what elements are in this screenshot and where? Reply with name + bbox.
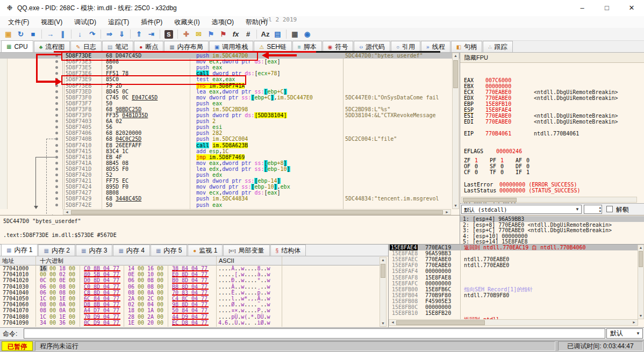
toolbar-labels-icon[interactable]: ⚑ bbox=[205, 29, 217, 40]
stack-row[interactable]: 15E8FAF0770EABE0ntdll.770EABE0 bbox=[389, 262, 638, 268]
stack-row[interactable]: 15E8FAF815E8FAE8 bbox=[389, 275, 638, 281]
disasm-row[interactable]: 5D8F740556push esi bbox=[0, 124, 460, 130]
hide-fpu-toggle[interactable]: 隐藏FPU bbox=[464, 54, 488, 61]
disasm-row[interactable]: 5D8F742E50push eax bbox=[0, 202, 460, 208]
calling-convention-select[interactable]: 默认 (stdcall) ▼ bbox=[461, 205, 582, 214]
register-row-ebp[interactable]: EBP15E8FB10 bbox=[460, 101, 644, 107]
stack-hscrollbar[interactable]: ◄ ► bbox=[389, 319, 638, 326]
register-value[interactable]: 15E8FAE4 bbox=[485, 107, 511, 113]
stack-vscroll-thumb[interactable] bbox=[639, 251, 643, 267]
toolbar-functions-icon[interactable]: fx bbox=[230, 29, 241, 40]
tab-dump5[interactable]: ▦内存 5 bbox=[151, 245, 187, 256]
stack-row[interactable]: 15E8FB0C00000000 bbox=[389, 304, 638, 310]
toolbar-run-to-selection-icon[interactable]: ⇒ bbox=[104, 29, 115, 40]
toolbar-run-to-user-code-icon[interactable]: ⇥ bbox=[146, 29, 157, 40]
register-value[interactable]: 770B4061 bbox=[485, 131, 511, 137]
tab-script[interactable]: ≡脚本 bbox=[292, 41, 322, 52]
disasm-vscrollbar[interactable]: ▲ ▼ bbox=[452, 53, 459, 209]
dump-row[interactable]: 7704104006000800C88D047708000A0070830477… bbox=[0, 290, 380, 296]
register-value[interactable]: 007C6000 bbox=[485, 77, 511, 83]
tab-breakpoints[interactable]: ●断点 bbox=[134, 41, 163, 52]
toolbar-restart-icon[interactable]: ↻ bbox=[15, 29, 26, 40]
register-value[interactable]: 00000246 bbox=[496, 148, 522, 154]
disasm-row[interactable]: 5D8F73FDFF35 0481D35Dpush dword ptr ds:[… bbox=[0, 112, 460, 118]
register-row-esp[interactable]: ESP15E8FAE4 bbox=[460, 107, 644, 113]
register-row-ebx[interactable]: EBX00000000 bbox=[460, 83, 644, 89]
flag-value[interactable]: 0 bbox=[526, 157, 529, 163]
close-button[interactable]: ✕ bbox=[619, 0, 644, 16]
toolbar-notes-device-icon[interactable]: ▤ bbox=[272, 29, 283, 40]
stack-row[interactable]: 15E8FAF400000000 bbox=[389, 268, 638, 274]
menu-item[interactable]: 文件(F) bbox=[2, 16, 35, 28]
toolbar-settings-globe-icon[interactable]: ◉ bbox=[302, 29, 313, 40]
argument-row[interactable]: 3: [esp+C] 770EABE0 <ntdll.DbgUiRemoteBr… bbox=[460, 227, 644, 233]
minimize-button[interactable]: – bbox=[570, 0, 595, 16]
menu-item[interactable]: 选项(O) bbox=[206, 16, 240, 28]
disasm-row[interactable]: 5D8F741583C4 1Cadd esp,1C bbox=[0, 148, 460, 154]
disasm-row[interactable]: 5D8F742968 3448C45Dpush im.5DC448345DC44… bbox=[0, 196, 460, 202]
menu-item[interactable]: 调试(D) bbox=[68, 16, 102, 28]
register-value[interactable]: 770EABE0 bbox=[485, 89, 511, 95]
maximize-button[interactable]: □ bbox=[595, 0, 619, 16]
call-arguments-panel[interactable]: 1: [esp+4] 96A59BB32: [esp+8] 770EABE0 <… bbox=[460, 215, 644, 244]
tab-dump2[interactable]: ▦内存 2 bbox=[38, 245, 75, 256]
flag-value[interactable]: 0 bbox=[526, 163, 529, 169]
argument-row[interactable]: 5: [esp+14] 15E8FAE8 bbox=[460, 239, 644, 244]
tab-dump4[interactable]: ▦内存 4 bbox=[113, 245, 149, 256]
memory-dump-panel[interactable]: ▦内存 1▦内存 2▦内存 3▦内存 4▦内存 5●监视 1[x=]局部变量§结… bbox=[0, 245, 388, 328]
toolbar-stop-icon[interactable]: ■ bbox=[27, 29, 39, 40]
argument-row[interactable]: 4: [esp+10] 00000000 bbox=[460, 233, 644, 239]
stack-vscrollbar[interactable]: ▲ ▼ bbox=[638, 245, 644, 319]
dump-row[interactable]: 770410200C000E00D08D047706000800B08D0477… bbox=[0, 277, 380, 283]
toolbar-run-icon[interactable]: → bbox=[45, 29, 56, 40]
dump-vscrollbar[interactable]: ▲ ▼ bbox=[380, 257, 387, 327]
register-value[interactable]: 770EABE0 bbox=[485, 119, 511, 125]
tab-watch1[interactable]: ●监视 1 bbox=[188, 245, 223, 256]
disasm-hscrollbar[interactable]: ◄ ► bbox=[63, 209, 451, 215]
disasm-row[interactable]: 5D8F7421FF75 ECpush dword ptr ss:[ebp-14… bbox=[0, 178, 460, 184]
tab-threads[interactable]: »线程 bbox=[421, 41, 450, 52]
toolbar-step-out-icon[interactable]: ⇑ bbox=[133, 29, 145, 40]
flag-value[interactable]: 0 bbox=[500, 169, 504, 175]
registers-hscrollbar[interactable] bbox=[461, 197, 637, 203]
menu-item[interactable]: 视图(V) bbox=[35, 16, 68, 28]
toolbar-step-into-icon[interactable]: ↓ bbox=[74, 29, 85, 40]
tab-source[interactable]: ‹›源代码 bbox=[354, 41, 390, 52]
tab-locals[interactable]: [x=]局部变量 bbox=[223, 245, 269, 256]
tab-seh[interactable]: ⚠SEH链 bbox=[254, 41, 292, 52]
tab-dump3[interactable]: ▦内存 3 bbox=[76, 245, 112, 256]
disasm-row[interactable]: 5D8F74278B08mov ecx,dword ptr ds:[eax] bbox=[0, 190, 460, 196]
stack-row[interactable]: 15E8FB1015E8FB20 bbox=[389, 310, 638, 316]
dump-row[interactable]: 7704106008000A00D88B047702000400988D0477… bbox=[0, 301, 380, 307]
tab-handles[interactable]: ◧句柄 bbox=[451, 41, 482, 52]
toolbar-stop-letter-icon[interactable]: S bbox=[164, 30, 173, 39]
tab-memory-map[interactable]: ▦内存布局 bbox=[164, 41, 208, 52]
disasm-row[interactable]: 5D8F73F750push eax bbox=[0, 100, 460, 106]
disasm-row[interactable]: 5D8F73F0C745 0C E047C45Dmov dword ptr ss… bbox=[0, 95, 460, 100]
stack-row[interactable]: 15E8FAEC770EABE0ntdll.770EABE0 bbox=[389, 256, 638, 262]
toolbar-pause-icon[interactable]: ∥ bbox=[57, 29, 68, 40]
arg-depth-stepper[interactable]: 5 ▲▼ bbox=[584, 205, 602, 214]
registers-hscroll-thumb[interactable] bbox=[463, 198, 517, 202]
stack-panel[interactable]: 15E8FAE4770EAC19返回到 ntdll.770EAC19 自 ntd… bbox=[388, 245, 644, 328]
dump-row[interactable]: 7704101000000200805B04770E001000E08D0477… bbox=[0, 271, 380, 277]
toolbar-calculator-icon[interactable]: ▦ bbox=[289, 29, 300, 40]
dump-row[interactable]: 77041090340036000CD904771E002000ECD80477… bbox=[0, 320, 380, 326]
register-value[interactable]: 15E8FB10 bbox=[485, 101, 511, 107]
register-row-edx[interactable]: EDX770EABE0<ntdll.DbgUiRemoteBreakin> bbox=[460, 95, 644, 101]
toolbar-strings-icon[interactable]: Az bbox=[260, 29, 271, 40]
lasterror-row[interactable]: LastError00000000 (ERROR_SUCCESS) bbox=[460, 182, 644, 188]
disasm-hscroll-thumb[interactable] bbox=[71, 210, 443, 214]
dump-row[interactable]: 7704100016001800C08B04771400160038840477… bbox=[0, 265, 380, 271]
tab-log[interactable]: ✎日志 bbox=[70, 41, 101, 52]
stack-row[interactable]: 15E8FB0015E8FB6C指向SEH_Record[1]的指针 bbox=[389, 286, 638, 292]
register-row-edi[interactable]: EDI770EABE0<ntdll.DbgUiRemoteBreakin> bbox=[460, 119, 644, 125]
registers-panel[interactable]: 隐藏FPU EAX007C6000EBX00000000ECX770EABE0<… bbox=[460, 53, 644, 215]
menu-item[interactable]: 收藏夹(I) bbox=[168, 16, 205, 28]
disasm-row[interactable]: 5D8F7424895D F0mov dword ptr ss:[ebp-10]… bbox=[0, 184, 460, 190]
stack-row[interactable]: 15E8FAE4770EAC19返回到 ntdll.770EAC19 自 ntd… bbox=[389, 245, 638, 250]
disasm-row[interactable]: 5D8F74036A 02push 2 bbox=[0, 118, 460, 124]
disasm-row[interactable]: 5D8F73ED8D45 0Clea eax,dword ptr ss:[ebp… bbox=[0, 89, 460, 95]
toolbar-comments-icon[interactable]: ✉ bbox=[193, 29, 204, 40]
dump-row[interactable]: 7704107008000A00A4D7047718001A0050840477… bbox=[0, 307, 380, 313]
